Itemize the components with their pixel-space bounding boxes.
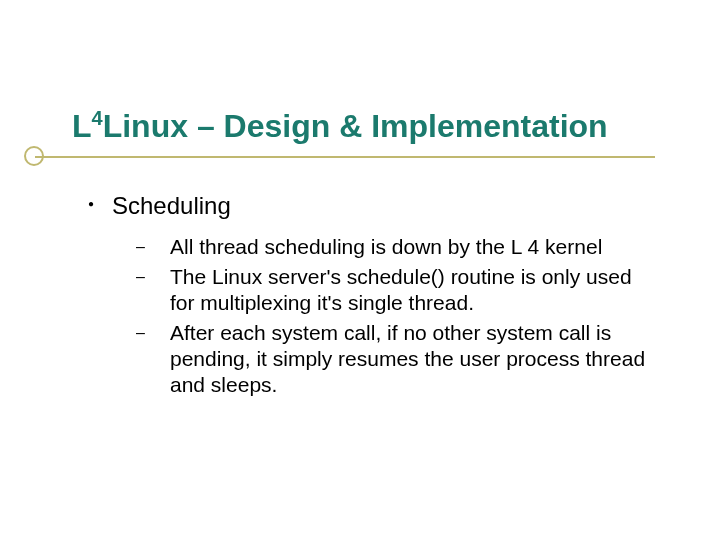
slide-body: Scheduling – All thread scheduling is do… (88, 192, 658, 402)
list-item-text: After each system call, if no other syst… (170, 320, 658, 398)
list-item: – After each system call, if no other sy… (136, 320, 658, 398)
list-item: – All thread scheduling is down by the L… (136, 234, 658, 260)
dash-icon: – (136, 320, 170, 398)
title-rest: Linux – Design & Implementation (103, 108, 608, 144)
list-item-text: All thread scheduling is down by the L 4… (170, 234, 602, 260)
dash-icon: – (136, 264, 170, 316)
slide: L4Linux – Design & Implementation Schedu… (0, 0, 720, 540)
bullet-dot-icon (88, 192, 112, 220)
title-superscript: 4 (92, 107, 103, 129)
title-prefix: L (72, 108, 92, 144)
sub-bullet-list: – All thread scheduling is down by the L… (136, 234, 658, 398)
title-underline (35, 156, 655, 158)
list-item: – The Linux server's schedule() routine … (136, 264, 658, 316)
bullet-level1: Scheduling (88, 192, 658, 220)
section-heading: Scheduling (112, 192, 231, 220)
list-item-text: The Linux server's schedule() routine is… (170, 264, 658, 316)
slide-title: L4Linux – Design & Implementation (72, 108, 608, 142)
dash-icon: – (136, 234, 170, 260)
